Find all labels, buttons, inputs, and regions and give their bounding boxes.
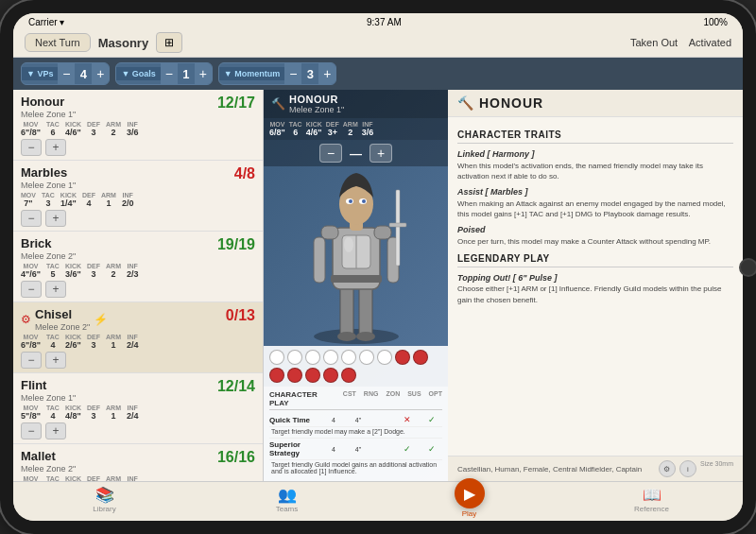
unit-plus-btn[interactable]: + bbox=[45, 139, 66, 156]
tab-library[interactable]: 📚 Library bbox=[13, 486, 196, 519]
token-area bbox=[264, 346, 448, 387]
svg-point-4 bbox=[356, 332, 375, 341]
unit-minus-btn[interactable]: − bbox=[21, 352, 42, 369]
hp-minus-btn[interactable]: − bbox=[319, 144, 342, 163]
legendary-section-title: LEGENDARY PLAY bbox=[457, 252, 733, 267]
vps-minus[interactable]: − bbox=[58, 63, 75, 84]
unit-hp: 16/16 bbox=[217, 449, 255, 466]
play-name: Superior Strategy bbox=[269, 440, 319, 457]
masonry-icon[interactable]: ⊞ bbox=[156, 32, 182, 53]
reference-icon: 📖 bbox=[643, 486, 662, 504]
nav-title: Masonry bbox=[98, 36, 148, 50]
carrier-label: Carrier ▾ bbox=[28, 17, 64, 27]
nav-right: Taken Out Activated bbox=[630, 37, 731, 48]
trait-name: Poised bbox=[457, 224, 733, 236]
vps-label: ▼ VPs bbox=[22, 67, 58, 80]
unit-plus-btn[interactable]: + bbox=[45, 210, 66, 227]
unit-list: Honour Melee Zone 1" 12/17 MOV6"/8" TAC6… bbox=[13, 90, 264, 481]
trait-name: Assist [ Marbles ] bbox=[457, 186, 733, 198]
play-tab-button[interactable]: ▶ bbox=[455, 478, 485, 508]
list-item[interactable]: Marbles Melee Zone 1" 4/8 MOV7" TAC3 KIC… bbox=[13, 161, 263, 232]
token bbox=[305, 350, 320, 365]
unit-name: Chisel bbox=[35, 307, 90, 321]
unit-type: Melee Zone 1" bbox=[21, 110, 76, 119]
token bbox=[305, 368, 320, 383]
unit-name: Mallet bbox=[21, 449, 76, 463]
status-bar: Carrier ▾ 9:37 AM 100% bbox=[13, 13, 743, 30]
play-cost: 4 bbox=[323, 446, 344, 453]
chisel-red-icon: ⚙ bbox=[21, 313, 31, 326]
play-opt: ✓ bbox=[421, 444, 442, 454]
list-item[interactable]: Flint Melee Zone 1" 12/14 MOV5"/8" TAC4 … bbox=[13, 373, 263, 444]
tab-play[interactable]: ▶ Play bbox=[378, 486, 560, 519]
list-item[interactable]: Honour Melee Zone 1" 12/17 MOV6"/8" TAC6… bbox=[13, 90, 263, 161]
goals-counter: ▼ Goals − 1 + bbox=[115, 62, 212, 85]
unit-minus-btn[interactable]: − bbox=[21, 139, 42, 156]
unit-minus-btn[interactable]: − bbox=[21, 422, 42, 439]
device: Carrier ▾ 9:37 AM 100% Next Turn Masonry… bbox=[0, 0, 756, 534]
token bbox=[341, 368, 356, 383]
activated-label: Activated bbox=[689, 37, 731, 48]
battery-label: 100% bbox=[703, 17, 728, 27]
footer-icons: ⚙ i Size 30mm bbox=[659, 460, 733, 477]
unit-stats: MOV6"/8" TAC4 KICK2/6" DEF3 ARM1 INF2/4 bbox=[21, 334, 255, 350]
svg-rect-11 bbox=[314, 237, 325, 283]
legendary-desc: Choose either [+1] ARM or [1] Influence.… bbox=[457, 284, 733, 304]
card-info-hammer-icon: 🔨 bbox=[457, 95, 473, 111]
hp-plus-btn[interactable]: + bbox=[369, 144, 392, 163]
svg-rect-10 bbox=[374, 226, 391, 239]
unit-hp: 12/17 bbox=[217, 95, 255, 112]
list-item[interactable]: Brick Melee Zone 2" 19/19 MOV4"/6" TAC5 … bbox=[13, 232, 263, 302]
momentum-minus[interactable]: − bbox=[284, 63, 301, 84]
list-item[interactable]: Mallet Melee Zone 2" 16/16 MOV4"/6" TAC5… bbox=[13, 444, 263, 481]
figure-area bbox=[264, 166, 448, 346]
unit-stats: MOV7" TAC3 KICK1/4" DEF4 ARM1 INF2/0 bbox=[21, 192, 255, 208]
momentum-plus[interactable]: + bbox=[318, 63, 335, 84]
token bbox=[269, 368, 284, 383]
card-info-body: CHARACTER TRAITS Linked [ Harmony ] When… bbox=[448, 117, 743, 456]
card-info-title: HONOUR bbox=[479, 95, 543, 111]
next-turn-button[interactable]: Next Turn bbox=[25, 33, 91, 52]
svg-point-21 bbox=[344, 237, 353, 252]
character-figure bbox=[295, 166, 418, 346]
card-image-title: HONOUR bbox=[289, 94, 344, 105]
momentum-label: ▼ Momentum bbox=[219, 67, 284, 80]
goals-minus[interactable]: − bbox=[161, 63, 178, 84]
character-play-row: Superior Strategy 4 4" ✓ ✓ bbox=[269, 439, 442, 460]
token bbox=[359, 350, 374, 365]
play-tab-label: Play bbox=[462, 509, 477, 518]
unit-minus-btn[interactable]: − bbox=[21, 281, 42, 298]
svg-rect-2 bbox=[359, 284, 372, 336]
unit-name: Honour bbox=[21, 95, 76, 109]
taken-out-label: Taken Out bbox=[630, 37, 678, 48]
unit-hp: 4/8 bbox=[234, 165, 255, 182]
unit-name: Marbles bbox=[21, 165, 76, 180]
unit-hp: 19/19 bbox=[217, 236, 255, 253]
nav-left: Next Turn Masonry ⊞ bbox=[25, 32, 182, 53]
token bbox=[377, 350, 392, 365]
card-detail: 🔨 HONOUR Melee Zone 1" MOV6/8" TAC6 KICK… bbox=[264, 90, 743, 481]
svg-rect-1 bbox=[340, 284, 353, 336]
tab-teams[interactable]: 👥 Teams bbox=[196, 486, 378, 519]
token bbox=[287, 350, 302, 365]
trait-desc: When this model's activation ends, the n… bbox=[457, 161, 733, 181]
list-item[interactable]: ⚙ Chisel Melee Zone 2" ⚡ 0/13 MOV6"/8" T… bbox=[13, 302, 263, 373]
unit-stats: MOV4"/6" TAC5 KICK3/6" DEF3 ARM2 INF2/3 bbox=[21, 263, 255, 279]
unit-plus-btn[interactable]: + bbox=[45, 352, 66, 369]
unit-minus-btn[interactable]: − bbox=[21, 210, 42, 227]
play-range: 4" bbox=[348, 446, 369, 453]
goals-plus[interactable]: + bbox=[195, 63, 212, 84]
hp-controls: − — + bbox=[264, 140, 448, 166]
goals-label: ▼ Goals bbox=[116, 67, 160, 80]
home-button[interactable] bbox=[739, 258, 756, 277]
goals-value: 1 bbox=[178, 67, 195, 81]
unit-plus-btn[interactable]: + bbox=[45, 281, 66, 298]
main-area: Honour Melee Zone 1" 12/17 MOV6"/8" TAC6… bbox=[13, 90, 743, 481]
svg-point-3 bbox=[337, 332, 356, 341]
play-opt: ✓ bbox=[421, 415, 442, 424]
svg-rect-6 bbox=[331, 275, 382, 283]
tab-reference[interactable]: 📖 Reference bbox=[560, 486, 743, 519]
vps-plus[interactable]: + bbox=[92, 63, 109, 84]
token bbox=[395, 350, 410, 365]
unit-plus-btn[interactable]: + bbox=[45, 422, 66, 439]
